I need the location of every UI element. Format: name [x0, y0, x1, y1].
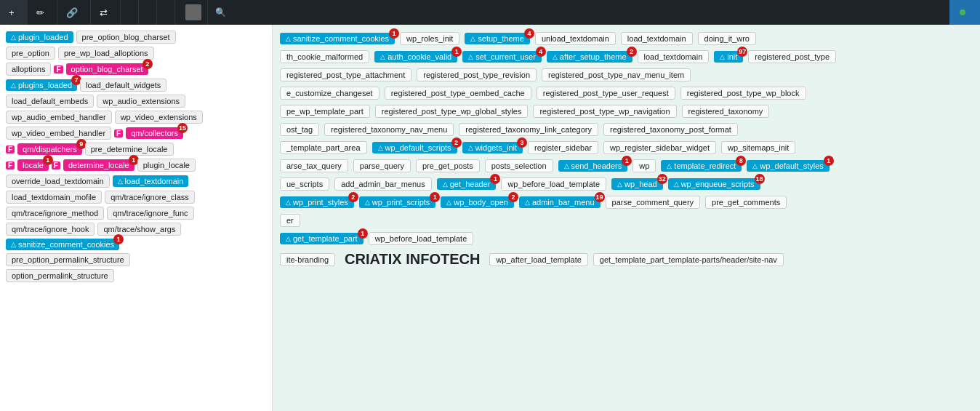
right-hook-tag[interactable]: wp_after_load_template [489, 253, 587, 266]
right-hook-row: △wp_print_styles2△wp_print_scripts1△wp_b… [278, 194, 974, 210]
right-hook-tag[interactable]: registered_taxonomy [682, 105, 770, 118]
right-hook-tag[interactable]: registered_post_type_wp_navigation [533, 105, 676, 118]
hook-tag[interactable]: load_textdomain_mofile [6, 191, 102, 204]
right-hook-tag[interactable]: posts_selection [485, 159, 553, 172]
right-hook-tag[interactable]: load_textdomain [638, 50, 710, 63]
right-hook-tag[interactable]: wp_before_load_template [369, 232, 474, 245]
simply-show-hooks-button[interactable]: 🔗 [57, 0, 91, 25]
right-hook-tag[interactable]: _template_part_area [280, 141, 367, 154]
right-hook-tag[interactable]: △get_template_part1 [280, 233, 364, 244]
right-hook-tag[interactable]: △send_headers1 [558, 160, 628, 172]
right-hook-tag[interactable]: registered_post_type [748, 50, 836, 63]
right-hook-tag[interactable]: registered_taxonomy_post_format [603, 123, 738, 136]
right-hook-tag[interactable]: △wp_print_styles2 [280, 196, 354, 208]
right-hook-tag[interactable]: △set_current_user4 [462, 51, 542, 63]
hook-tag[interactable]: wp_audio_embed_handler [6, 111, 112, 124]
admin-menu[interactable] [175, 0, 208, 25]
right-hook-tag[interactable]: add_admin_bar_menus [334, 177, 432, 191]
right-hook-tag[interactable]: registered_post_type_user_request [537, 87, 675, 100]
right-hook-tag[interactable]: registered_taxonomy_nav_menu [324, 123, 454, 136]
right-hook-tag[interactable]: wp_before_load_template [501, 177, 606, 191]
hook-row: Flocale1Fdetermine_locale1plugin_locale [6, 159, 266, 172]
hook-tag[interactable]: wp_audio_extensions [97, 95, 185, 108]
right-hook-tag[interactable]: △auth_cookie_valid1 [374, 51, 457, 63]
hook-tag[interactable]: qm/trace/ignore_func [107, 207, 193, 220]
right-hook-tag[interactable]: △template_redirect8 [661, 160, 742, 172]
hook-tag[interactable]: pre_option_blog_charset [76, 31, 176, 44]
right-hook-tag[interactable]: △wp_enqueue_scripts18 [668, 178, 760, 190]
hook-tag[interactable]: wp_video_extensions [115, 111, 203, 124]
right-hook-tag[interactable]: ue_scripts [280, 177, 329, 191]
right-hook-tag[interactable]: pre_get_posts [416, 159, 480, 172]
right-hook-tag[interactable]: pre_get_comments [705, 196, 787, 209]
right-hook-tag[interactable]: △after_setup_theme2 [547, 51, 632, 63]
hook-tag[interactable]: pre_option_permalink_structure [6, 253, 130, 266]
stop-hooks-button[interactable] [949, 0, 980, 25]
hook-tag[interactable]: determine_locale1 [63, 159, 134, 171]
right-hook-tag[interactable]: △wp_head32 [611, 178, 663, 190]
right-hook-tag[interactable]: registered_post_type_wp_block [680, 87, 806, 100]
hook-tag[interactable]: load_default_embeds [6, 95, 94, 108]
right-hook-tag[interactable]: wp_register_sidebar_widget [603, 141, 716, 154]
new-button[interactable]: + [0, 0, 28, 25]
right-hook-tag[interactable]: registered_post_type_attachment [280, 68, 411, 81]
hook-tag[interactable]: alloptions [6, 63, 51, 76]
hook-tag[interactable]: △sanitize_comment_cookies1 [6, 239, 119, 250]
right-hook-tag[interactable]: unload_textdomain [535, 32, 616, 45]
hook-tag[interactable]: load_default_widgets [80, 79, 166, 92]
right-hook-tag[interactable]: parse_comment_query [606, 196, 701, 209]
right-hook-tag[interactable]: e_customize_changeset [280, 87, 379, 100]
right-hook-tag[interactable]: △get_header1 [437, 178, 497, 190]
right-hook-tag[interactable]: wp_sitemaps_init [721, 141, 795, 154]
right-hook-tag[interactable]: er [280, 214, 300, 227]
right-hook-tag[interactable]: register_sidebar [528, 141, 598, 154]
debug-button[interactable] [157, 0, 175, 25]
right-hook-tag[interactable]: △setup_theme4 [465, 33, 530, 44]
hook-tag[interactable]: △load_textdomain [113, 175, 189, 187]
right-hook-tag[interactable]: th_cookie_malformed [280, 50, 369, 63]
right-hook-tag[interactable]: registered_post_type_wp_global_styles [375, 105, 529, 118]
hook-tag[interactable]: qm/trace/show_args [97, 223, 181, 236]
hook-tag[interactable]: wp_video_embed_handler [6, 127, 111, 140]
search-button[interactable]: 🔍 [208, 0, 233, 25]
right-hook-tag[interactable]: ost_tag [280, 123, 319, 136]
right-hook-tag[interactable]: wp_roles_init [400, 32, 459, 45]
right-hook-tag[interactable]: parse_query [353, 159, 411, 172]
right-hook-tag[interactable]: registered_post_type_revision [417, 68, 537, 81]
hook-tag[interactable]: locale1 [17, 159, 49, 171]
right-hook-tag[interactable]: △wp_body_open2 [441, 196, 514, 208]
hook-tag[interactable]: △plugins_loaded7 [6, 79, 77, 91]
right-hook-tag[interactable]: pe_wp_template_part [280, 105, 370, 118]
right-hook-tag[interactable]: △sanitize_comment_cookies1 [280, 33, 395, 44]
right-hook-tag[interactable]: △admin_bar_menu19 [519, 196, 601, 208]
hook-tag[interactable]: qm/collectors15 [126, 127, 183, 139]
hook-tag[interactable]: pre_wp_load_alloptions [58, 47, 154, 60]
hook-tag[interactable]: △plugin_loaded [6, 31, 73, 43]
hook-tag[interactable]: qm/dispatchers9 [17, 143, 82, 155]
right-hook-tag[interactable]: △wp_default_scripts2 [372, 142, 457, 153]
edit-page-button[interactable]: ✏ [28, 0, 57, 25]
right-hook-tag[interactable]: arse_tax_query [280, 159, 348, 172]
hook-tag[interactable]: pre_determine_locale [85, 143, 174, 156]
right-hook-tag[interactable]: △init97 [714, 51, 743, 63]
hook-tag[interactable]: qm/trace/ignore_class [105, 191, 195, 204]
hook-tag[interactable]: option_blog_charset2 [66, 63, 148, 75]
hook-tag[interactable]: qm/trace/ignore_method [6, 207, 104, 220]
right-hook-tag[interactable]: registered_post_type_oembed_cache [385, 87, 531, 100]
right-hook-tag[interactable]: get_template_part_template-parts/header/… [593, 253, 784, 266]
hook-tag[interactable]: override_load_textdomain [6, 175, 110, 188]
right-hook-tag[interactable]: wp [632, 159, 656, 172]
right-hook-tag[interactable]: registered_post_type_nav_menu_item [542, 68, 691, 81]
right-hook-tag[interactable]: △wp_print_scripts1 [359, 196, 435, 208]
right-hook-tag[interactable]: doing_it_wro [698, 32, 756, 45]
hook-tag[interactable]: qm/trace/ignore_hook [6, 223, 95, 236]
right-hook-tag[interactable]: load_textdomain [621, 32, 693, 45]
hook-tag[interactable]: option_permalink_structure [6, 269, 114, 282]
sync-right-menu-button[interactable]: ⇄ [91, 0, 121, 25]
hook-tag[interactable]: plugin_locale [137, 159, 196, 172]
right-hook-tag[interactable]: ite-branding [280, 253, 335, 266]
right-hook-tag[interactable]: △widgets_init3 [462, 142, 523, 153]
hook-tag[interactable]: pre_option [6, 47, 55, 60]
right-hook-tag[interactable]: △wp_default_styles1 [747, 160, 829, 172]
right-hook-tag[interactable]: registered_taxonomy_link_category [459, 123, 598, 136]
